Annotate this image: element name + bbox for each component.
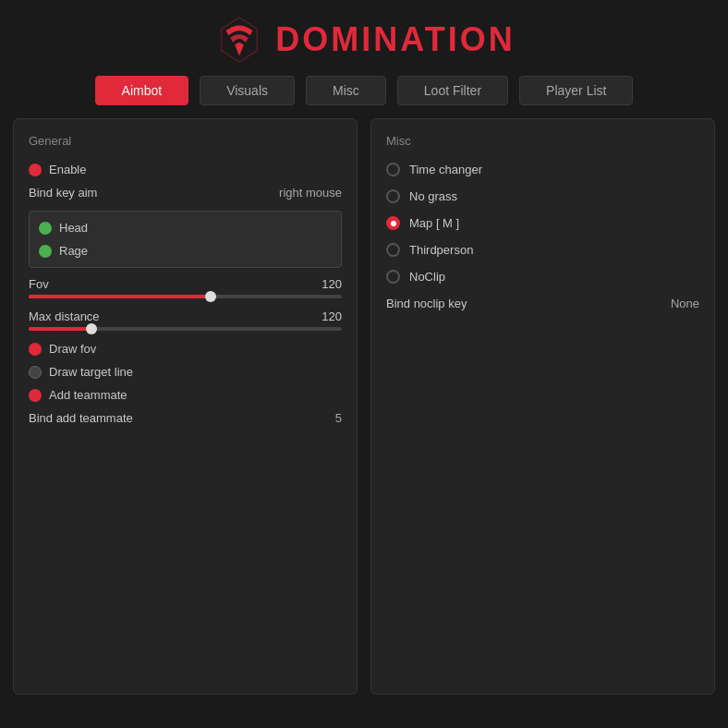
add-teammate-row: Add teammate — [29, 388, 342, 402]
no-grass-label: No grass — [409, 189, 457, 203]
fov-thumb[interactable] — [205, 291, 216, 302]
map-label: Map [ M ] — [409, 216, 459, 230]
time-changer-radio[interactable] — [386, 163, 400, 176]
tab-misc[interactable]: Misc — [306, 76, 386, 105]
max-distance-header: Max distance 120 — [29, 309, 342, 323]
rage-label: Rage — [59, 244, 88, 258]
add-teammate-dot[interactable] — [29, 389, 42, 402]
logo-container: DOMINATION — [212, 13, 515, 67]
no-grass-radio[interactable] — [386, 189, 400, 203]
target-box: Head Rage — [29, 211, 342, 268]
bind-noclip-row: Bind noclip key None — [386, 297, 699, 310]
tab-player-list[interactable]: Player List — [519, 76, 633, 105]
thirdperson-radio[interactable] — [386, 243, 400, 257]
bind-noclip-value[interactable]: None — [671, 297, 699, 310]
draw-target-line-dot[interactable] — [29, 366, 42, 379]
max-distance-label: Max distance — [29, 309, 100, 323]
tab-loot-filter[interactable]: Loot Filter — [397, 76, 508, 105]
left-panel: General Enable Bind key aim right mouse … — [13, 118, 358, 695]
rage-option[interactable]: Rage — [39, 242, 332, 260]
draw-fov-dot[interactable] — [29, 343, 42, 356]
max-distance-fill — [29, 327, 91, 331]
map-row: Map [ M ] — [386, 216, 699, 230]
fov-slider-row: Fov 120 — [29, 277, 342, 298]
thirdperson-row: Thirdperson — [386, 243, 699, 257]
head-dot — [39, 222, 52, 235]
head-label: Head — [59, 221, 88, 235]
max-distance-value: 120 — [322, 309, 342, 323]
draw-fov-label: Draw fov — [49, 342, 96, 356]
draw-target-line-label: Draw target line — [49, 365, 133, 379]
max-distance-slider-row: Max distance 120 — [29, 309, 342, 331]
time-changer-label: Time changer — [409, 163, 482, 176]
rage-dot — [39, 245, 52, 258]
left-panel-title: General — [29, 134, 342, 148]
time-changer-row: Time changer — [386, 163, 699, 176]
fov-track[interactable] — [29, 295, 342, 298]
tab-aimbot[interactable]: Aimbot — [95, 76, 189, 105]
noclip-label: NoClip — [409, 270, 445, 284]
logo-icon — [212, 13, 266, 67]
max-distance-track[interactable] — [29, 327, 342, 331]
main-content: General Enable Bind key aim right mouse … — [0, 118, 728, 708]
bind-add-teammate-value[interactable]: 5 — [335, 411, 342, 425]
bind-key-label: Bind key aim — [29, 186, 97, 200]
map-radio-inner — [391, 221, 396, 226]
max-distance-thumb[interactable] — [86, 323, 97, 334]
enable-row: Enable — [29, 163, 342, 176]
logo-text: DOMINATION — [275, 20, 515, 59]
noclip-row: NoClip — [386, 270, 699, 284]
fov-header: Fov 120 — [29, 277, 342, 291]
fov-value: 120 — [322, 277, 342, 291]
enable-label: Enable — [49, 163, 86, 176]
nav-tabs: Aimbot Visuals Misc Loot Filter Player L… — [0, 76, 728, 118]
right-panel-title: Misc — [386, 134, 699, 148]
bind-add-teammate-row: Bind add teammate 5 — [29, 411, 342, 425]
bind-noclip-label: Bind noclip key — [386, 297, 467, 310]
draw-target-line-row: Draw target line — [29, 365, 342, 379]
right-panel: Misc Time changer No grass Map [ M ] Thi… — [370, 118, 715, 695]
fov-fill — [29, 295, 211, 298]
add-teammate-label: Add teammate — [49, 388, 127, 402]
no-grass-row: No grass — [386, 189, 699, 203]
bind-key-row: Bind key aim right mouse — [29, 186, 342, 200]
map-radio[interactable] — [386, 216, 400, 230]
bind-key-value[interactable]: right mouse — [279, 186, 342, 200]
fov-label: Fov — [29, 277, 49, 291]
enable-dot[interactable] — [29, 164, 42, 176]
thirdperson-label: Thirdperson — [409, 243, 473, 257]
bind-add-teammate-label: Bind add teammate — [29, 411, 133, 425]
draw-fov-row: Draw fov — [29, 342, 342, 356]
head-option[interactable]: Head — [39, 219, 332, 237]
header: DOMINATION — [0, 0, 728, 76]
tab-visuals[interactable]: Visuals — [200, 76, 295, 105]
noclip-radio[interactable] — [386, 270, 400, 284]
